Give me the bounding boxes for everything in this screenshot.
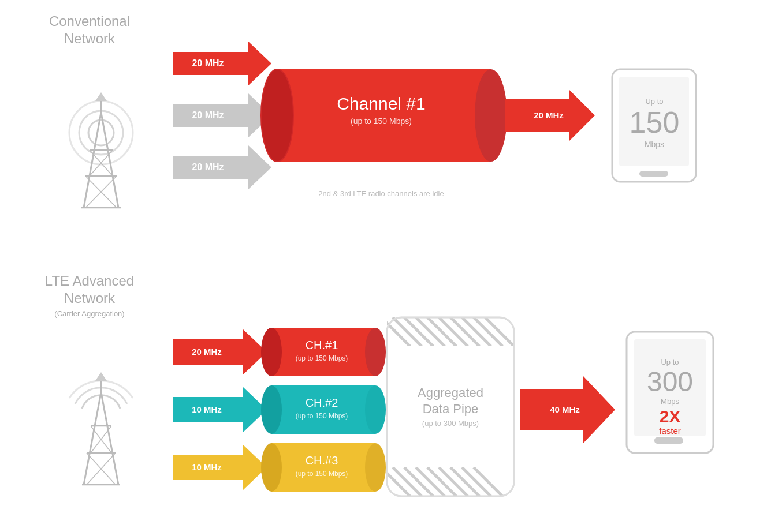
top-out-arrow-label: 20 MHz <box>534 110 564 120</box>
bottom-teal-arrow <box>173 387 267 433</box>
diagram-container: Conventional Network 20 MHz 20 MHz 20 MH… <box>0 0 782 532</box>
svg-line-51 <box>485 317 514 346</box>
divider <box>0 254 782 254</box>
top-label-line1: Conventional <box>49 13 130 29</box>
bottom-out-arrow <box>520 376 615 443</box>
bottom-yellow-arrow-label: 10 MHz <box>192 462 222 472</box>
bottom-device-speed: 300 <box>647 366 693 397</box>
svg-rect-19 <box>639 171 668 177</box>
pipe-sub: (up to 300 Mbps) <box>422 419 479 428</box>
bottom-label-line1: LTE Advanced <box>45 273 134 289</box>
bottom-teal-arrow-label: 10 MHz <box>192 404 222 414</box>
svg-rect-41 <box>387 317 514 346</box>
svg-line-56 <box>416 467 445 496</box>
bottom-device <box>627 332 713 453</box>
bottom-red-arrow-label: 20 MHz <box>192 347 222 357</box>
svg-point-33 <box>365 328 386 376</box>
svg-marker-30 <box>95 372 107 381</box>
bottom-yellow-arrow <box>173 444 267 490</box>
svg-rect-62 <box>387 317 514 496</box>
bottom-device-2x: 2X <box>660 407 681 426</box>
top-gray2-arrow-label: 20 MHz <box>192 162 224 172</box>
svg-line-58 <box>439 467 468 496</box>
ch2-title: CH.#2 <box>306 396 338 409</box>
svg-point-35 <box>261 385 282 434</box>
ch2-sub: (up to 150 Mbps) <box>296 412 348 420</box>
ch1-title: CH.#1 <box>306 339 338 351</box>
svg-line-57 <box>427 467 456 496</box>
bottom-carrier-label: (Carrier Aggregation) <box>54 309 124 318</box>
bottom-out-arrow-label: 40 MHz <box>550 404 580 414</box>
svg-point-38 <box>261 443 282 492</box>
svg-point-39 <box>365 443 386 492</box>
svg-rect-18 <box>619 77 689 166</box>
svg-line-61 <box>474 467 502 496</box>
top-red-arrow <box>173 42 271 85</box>
channel1-title: Channel #1 <box>337 94 425 113</box>
channel1-sub: (up to 150 Mbps) <box>351 117 412 126</box>
svg-line-4 <box>101 113 118 208</box>
svg-line-54 <box>393 467 422 496</box>
svg-rect-14 <box>277 69 491 162</box>
svg-point-2 <box>88 120 114 145</box>
svg-line-43 <box>393 317 422 346</box>
svg-line-11 <box>85 176 117 208</box>
svg-point-16 <box>475 69 507 162</box>
svg-line-44 <box>404 317 433 346</box>
svg-line-59 <box>450 467 479 496</box>
svg-rect-63 <box>634 339 706 436</box>
top-gray1-arrow-label: 20 MHz <box>192 110 224 120</box>
svg-line-26 <box>91 426 111 453</box>
svg-line-9 <box>90 150 113 176</box>
svg-line-49 <box>462 317 491 346</box>
svg-rect-31 <box>271 328 375 376</box>
svg-line-60 <box>462 467 491 496</box>
idle-label: 2nd & 3rd LTE radio channels are idle <box>318 189 444 198</box>
svg-line-29 <box>87 453 116 485</box>
ch3-sub: (up to 150 Mbps) <box>296 470 348 478</box>
svg-line-28 <box>87 453 116 485</box>
pipe-label2: Data Pipe <box>423 402 479 416</box>
svg-point-15 <box>261 69 293 162</box>
svg-line-21 <box>101 392 118 485</box>
svg-line-42 <box>381 317 410 346</box>
top-gray1-arrow <box>173 93 271 137</box>
svg-line-48 <box>450 317 479 346</box>
top-device-upto: Up to <box>645 97 663 106</box>
svg-line-3 <box>84 113 101 208</box>
top-device <box>612 69 696 182</box>
bottom-device-upto: Up to <box>661 358 679 366</box>
top-red-arrow-label: 20 MHz <box>192 58 224 68</box>
bottom-label-line2: Network <box>64 290 116 306</box>
svg-line-50 <box>474 317 502 346</box>
svg-line-45 <box>416 317 445 346</box>
pipe-label1: Aggregated <box>418 385 483 400</box>
top-svg: Conventional Network 20 MHz 20 MHz 20 MH… <box>0 0 782 254</box>
svg-rect-34 <box>271 385 375 434</box>
svg-rect-37 <box>271 443 375 492</box>
svg-line-12 <box>85 176 117 208</box>
svg-line-55 <box>404 467 433 496</box>
svg-rect-64 <box>654 437 683 444</box>
svg-rect-40 <box>387 317 514 496</box>
svg-line-53 <box>381 467 410 496</box>
svg-point-36 <box>365 385 386 434</box>
bottom-red-arrow <box>173 329 267 375</box>
svg-line-10 <box>90 150 113 176</box>
svg-rect-52 <box>387 467 514 496</box>
top-gray2-arrow <box>173 145 271 189</box>
svg-point-32 <box>261 328 282 376</box>
svg-marker-13 <box>95 92 107 101</box>
svg-point-17 <box>261 69 293 162</box>
top-device-speed: 150 <box>630 106 680 139</box>
bottom-device-faster: faster <box>659 426 681 436</box>
bottom-device-unit: Mbps <box>661 397 679 406</box>
svg-line-47 <box>439 317 468 346</box>
top-device-unit: Mbps <box>645 140 664 149</box>
ch1-sub: (up to 150 Mbps) <box>296 354 348 362</box>
svg-point-1 <box>79 111 123 155</box>
svg-point-0 <box>69 101 133 164</box>
bottom-svg: LTE Advanced Network (Carrier Aggregatio… <box>0 254 782 531</box>
svg-line-27 <box>91 426 111 453</box>
ch3-title: CH.#3 <box>306 454 338 467</box>
